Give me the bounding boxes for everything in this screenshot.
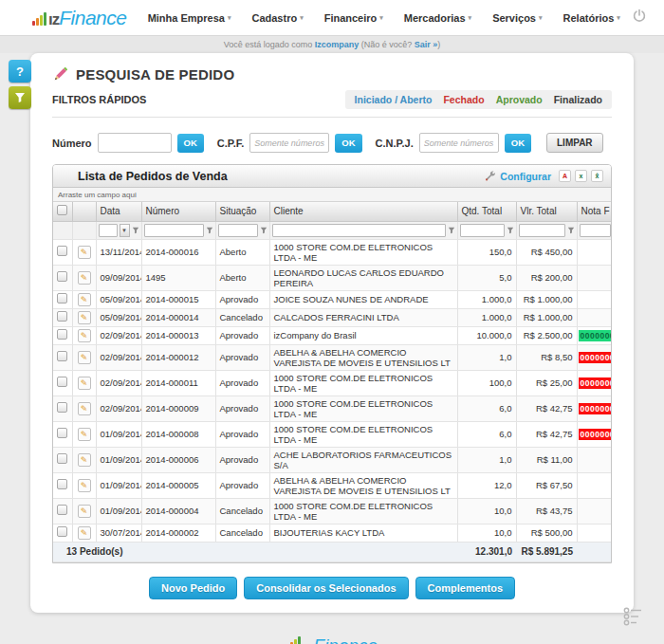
nav-item-cadastro[interactable]: Cadastro▾ xyxy=(251,12,303,24)
filter-situacao-input[interactable] xyxy=(218,224,258,237)
row-checkbox[interactable] xyxy=(57,377,67,387)
filter-funnel-icon[interactable] xyxy=(260,227,267,234)
edit-pencil-icon[interactable]: ✎ xyxy=(78,453,91,467)
edit-pencil-icon[interactable]: ✎ xyxy=(78,329,91,342)
col-numero[interactable]: Número xyxy=(141,202,215,221)
col-data[interactable]: Data xyxy=(96,202,141,221)
filter-data-input[interactable] xyxy=(99,224,118,237)
company-link[interactable]: Izcompany xyxy=(315,40,360,49)
app-logo[interactable]: ız Finance xyxy=(32,7,126,29)
col-cliente[interactable]: Cliente xyxy=(269,202,457,221)
edit-pencil-icon[interactable]: ✎ xyxy=(78,311,91,324)
cnpj-ok-button[interactable]: OK xyxy=(505,134,531,153)
edit-pencil-icon[interactable]: ✎ xyxy=(78,526,91,540)
row-number: 2014-000011 xyxy=(141,370,215,396)
cnpj-input[interactable] xyxy=(419,133,499,153)
row-qty: 150,0 xyxy=(457,239,516,265)
edit-pencil-icon[interactable]: ✎ xyxy=(78,428,91,441)
edit-pencil-icon[interactable]: ✎ xyxy=(78,505,91,518)
consolidar-selecionados-button[interactable]: Consolidar os Selecionados xyxy=(244,577,408,599)
nota-fiscal-badge[interactable]: 0000000 xyxy=(579,377,613,389)
logo-prefix: ız xyxy=(48,10,59,29)
complementos-button[interactable]: Complementos xyxy=(415,577,515,599)
row-checkbox[interactable] xyxy=(57,526,67,537)
col-vlr[interactable]: Vlr. Total xyxy=(516,202,577,221)
filter-funnel-icon[interactable] xyxy=(206,227,213,234)
page: ız Finance Minha Empresa▾Cadastro▾Financ… xyxy=(0,0,664,644)
filter-nota-input[interactable] xyxy=(580,224,612,237)
edit-pencil-icon[interactable]: ✎ xyxy=(78,479,91,492)
help-button[interactable]: ? xyxy=(9,60,31,83)
edit-pencil-icon[interactable]: ✎ xyxy=(78,351,91,364)
edit-pencil-icon[interactable]: ✎ xyxy=(78,377,91,390)
select-all-checkbox[interactable] xyxy=(57,205,67,215)
nota-fiscal-badge[interactable]: 0000000 xyxy=(579,403,613,414)
row-number: 2014-000005 xyxy=(141,472,215,498)
list-settings-icon[interactable] xyxy=(622,606,643,631)
col-nota[interactable]: Nota F xyxy=(577,202,612,221)
nota-fiscal-badge[interactable]: 0000000 xyxy=(579,330,613,341)
row-qty: 10.000,0 xyxy=(457,326,516,344)
row-checkbox[interactable] xyxy=(57,453,67,464)
nav-item-relatorios[interactable]: Relatórios▾ xyxy=(563,12,620,24)
row-checkbox[interactable] xyxy=(57,311,67,322)
logout-link[interactable]: Sair » xyxy=(415,40,438,49)
nav-item-servicos[interactable]: Serviços▾ xyxy=(492,12,542,24)
filter-cliente-input[interactable] xyxy=(272,224,446,237)
row-checkbox[interactable] xyxy=(57,505,67,515)
status-filter-finalizado[interactable]: Finalizado xyxy=(554,94,602,105)
row-checkbox[interactable] xyxy=(57,479,67,489)
cpf-ok-button[interactable]: OK xyxy=(335,134,361,153)
nota-fiscal-badge[interactable]: 0000000 xyxy=(579,352,613,363)
filter-funnel-icon[interactable] xyxy=(132,227,139,234)
xls-icon[interactable]: x xyxy=(575,170,587,182)
row-qty: 1,0 xyxy=(457,344,516,370)
row-client: 1000 STORE COM.DE ELETRONICOS LTDA - ME xyxy=(269,498,457,524)
numero-input[interactable] xyxy=(98,133,172,153)
status-filter-fechado[interactable]: Fechado xyxy=(443,94,484,105)
numero-ok-button[interactable]: OK xyxy=(177,134,204,153)
filter-funnel-icon[interactable] xyxy=(448,227,455,234)
nav-item-financeiro[interactable]: Financeiro▾ xyxy=(324,12,383,24)
pdf-icon[interactable]: A xyxy=(559,170,571,182)
configure-link[interactable]: Configurar xyxy=(500,171,551,182)
row-checkbox[interactable] xyxy=(57,271,67,282)
filter-qtd-input[interactable] xyxy=(460,224,505,237)
cpf-input[interactable] xyxy=(249,133,329,153)
row-checkbox[interactable] xyxy=(57,246,67,256)
filter-funnel-icon[interactable] xyxy=(567,227,575,234)
novo-pedido-button[interactable]: Novo Pedido xyxy=(149,577,237,599)
row-checkbox[interactable] xyxy=(57,428,67,438)
filter-numero-input[interactable] xyxy=(144,224,204,237)
nav-item-mercadorias[interactable]: Mercadorias▾ xyxy=(404,12,471,24)
column-filter-row: ▼ xyxy=(53,221,612,239)
power-icon[interactable] xyxy=(632,9,647,28)
xlsx-icon[interactable]: x̂ xyxy=(591,170,603,182)
footer-logo[interactable]: ız Finance xyxy=(286,635,378,644)
grid-tools: Configurar A x x̂ xyxy=(485,170,603,182)
nav-item-minha-empresa[interactable]: Minha Empresa▾ xyxy=(148,12,231,24)
filter-funnel-icon[interactable] xyxy=(507,227,514,234)
col-situacao[interactable]: Situação xyxy=(215,202,269,221)
edit-pencil-icon[interactable]: ✎ xyxy=(78,402,91,415)
edit-pencil-icon[interactable]: ✎ xyxy=(78,246,91,259)
login-text-before: Você está logado como xyxy=(224,40,315,49)
filter-vlr-input[interactable] xyxy=(519,224,565,237)
date-picker-dropdown-icon[interactable]: ▼ xyxy=(120,224,130,237)
nota-fiscal-badge[interactable]: 0000000 xyxy=(579,429,613,440)
row-qty: 1.000,0 xyxy=(457,308,516,326)
status-filter-aprovado[interactable]: Aprovado xyxy=(496,94,543,105)
row-checkbox[interactable] xyxy=(57,293,67,304)
table-row: ✎09/09/20141495AbertoLEONARDO LUCAS CARL… xyxy=(53,265,612,290)
row-checkbox[interactable] xyxy=(57,329,67,340)
edit-pencil-icon[interactable]: ✎ xyxy=(78,293,91,306)
group-drop-zone[interactable]: Arraste um campo aqui xyxy=(53,188,611,202)
status-filter-iniciado-aberto[interactable]: Iniciado / Aberto xyxy=(355,94,433,105)
edit-pencil-icon[interactable]: ✎ xyxy=(78,271,91,285)
col-qtd[interactable]: Qtd. Total xyxy=(457,202,516,221)
row-checkbox[interactable] xyxy=(57,351,67,361)
row-checkbox[interactable] xyxy=(57,402,67,413)
limpar-button[interactable]: LIMPAR xyxy=(546,133,603,153)
filter-button[interactable] xyxy=(9,86,31,109)
wrench-icon[interactable] xyxy=(485,171,496,182)
